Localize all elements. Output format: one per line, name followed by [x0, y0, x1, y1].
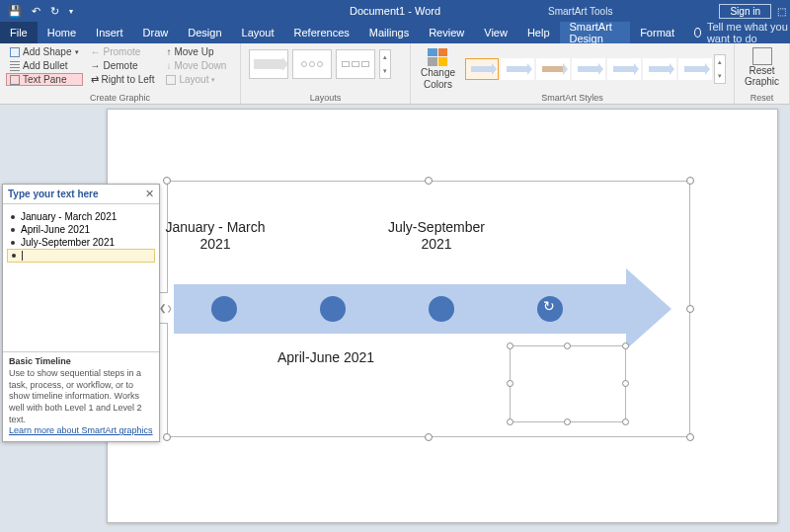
move-down-icon: ↓ — [166, 60, 171, 71]
bulb-icon — [694, 28, 701, 38]
move-up-icon: ↑ — [166, 46, 171, 57]
text-pane-button[interactable]: Text Pane — [6, 73, 83, 86]
resize-handle[interactable] — [622, 418, 629, 425]
document-title: Document1 - Word — [350, 5, 440, 17]
timeline-empty-textbox[interactable] — [510, 345, 626, 422]
undo-icon[interactable]: ↶ — [32, 5, 40, 18]
timeline-label-1[interactable]: January - March 2021 — [156, 219, 275, 253]
tell-me-label: Tell me what you want to do — [707, 21, 790, 44]
bullet-icon — [11, 228, 15, 232]
style-thumb-3[interactable] — [536, 58, 570, 80]
save-icon[interactable]: 💾 — [8, 5, 22, 18]
timeline-dot-2[interactable] — [320, 296, 346, 322]
group-label-reset: Reset — [741, 92, 783, 103]
resize-handle[interactable] — [507, 380, 514, 387]
style-thumb-2[interactable] — [501, 58, 534, 80]
timeline-dot-1[interactable] — [211, 296, 237, 322]
resize-handle[interactable] — [686, 177, 694, 185]
resize-handle[interactable] — [507, 342, 514, 349]
resize-handle[interactable] — [163, 177, 171, 185]
style-thumb-7[interactable] — [678, 58, 712, 80]
timeline-arrow[interactable] — [174, 284, 658, 334]
tab-references[interactable]: References — [284, 22, 359, 43]
promote-button[interactable]: ←Promote — [87, 45, 159, 58]
resize-handle[interactable] — [622, 380, 629, 387]
redo-icon[interactable]: ↻ — [50, 5, 59, 18]
smartart-frame[interactable]: ❮ January - March 2021 July-September 20… — [167, 181, 690, 437]
resize-handle[interactable] — [425, 177, 433, 185]
bullet-icon — [11, 215, 15, 219]
styles-more-button[interactable]: ▴▾ — [714, 54, 726, 84]
document-page[interactable]: ❮ January - March 2021 July-September 20… — [107, 109, 778, 523]
change-colors-icon — [428, 48, 447, 66]
text-pane-footer: Basic Timeline Use to show sequential st… — [3, 351, 159, 441]
learn-more-link[interactable]: Learn more about SmartArt graphics — [9, 425, 153, 435]
reset-graphic-button[interactable]: Reset Graphic — [741, 45, 783, 89]
rtl-button[interactable]: ⇄Right to Left — [87, 73, 159, 86]
resize-handle[interactable] — [686, 305, 694, 313]
tab-home[interactable]: Home — [38, 22, 86, 43]
layout-icon — [166, 75, 176, 85]
style-thumb-6[interactable] — [643, 58, 676, 80]
add-bullet-icon — [10, 61, 20, 71]
text-pane-item[interactable]: July-September 2021 — [7, 236, 155, 249]
move-down-button[interactable]: ↓Move Down — [162, 59, 230, 72]
close-icon[interactable]: ✕ — [145, 188, 154, 200]
timeline-dot-4[interactable] — [537, 296, 563, 322]
qat-dropdown-icon[interactable]: ▾ — [69, 7, 73, 16]
add-shape-icon — [10, 47, 20, 57]
group-label-layouts: Layouts — [247, 92, 404, 103]
layout-thumb-3[interactable] — [336, 49, 375, 79]
layout-thumb-1[interactable] — [249, 49, 288, 79]
tab-smartart-design[interactable]: SmartArt Design — [560, 22, 631, 43]
style-thumb-4[interactable] — [572, 58, 605, 80]
bullet-icon — [12, 254, 16, 258]
resize-handle[interactable] — [163, 433, 171, 441]
timeline-label-3[interactable]: July-September 2021 — [377, 219, 496, 253]
text-cursor — [22, 251, 23, 261]
resize-handle[interactable] — [507, 418, 514, 425]
tab-view[interactable]: View — [474, 22, 517, 43]
bullet-icon — [11, 241, 15, 245]
timeline-label-2[interactable]: April-June 2021 — [267, 349, 385, 366]
add-shape-button[interactable]: Add Shape▾ — [6, 45, 83, 58]
tab-layout[interactable]: Layout — [232, 22, 284, 43]
tell-me-search[interactable]: Tell me what you want to do — [684, 22, 790, 43]
sign-in-button[interactable]: Sign in — [719, 4, 771, 19]
move-up-button[interactable]: ↑Move Up — [162, 45, 230, 58]
rtl-icon: ⇄ — [91, 74, 99, 85]
resize-handle[interactable] — [425, 433, 433, 441]
text-pane-body[interactable]: January - March 2021 April-June 2021 Jul… — [3, 204, 159, 268]
change-colors-button[interactable]: Change Colors — [417, 46, 459, 92]
resize-handle[interactable] — [564, 342, 571, 349]
resize-handle[interactable] — [564, 418, 571, 425]
text-pane-footer-heading: Basic Timeline — [9, 356, 71, 366]
tab-file[interactable]: File — [0, 22, 38, 43]
layouts-more-button[interactable]: ▴▾ — [379, 49, 391, 79]
style-thumb-5[interactable] — [607, 58, 641, 80]
layout-thumb-2[interactable] — [292, 49, 332, 79]
title-bar: 💾 ↶ ↻ ▾ Document1 - Word SmartArt Tools … — [0, 0, 790, 22]
add-bullet-button[interactable]: Add Bullet — [6, 59, 83, 72]
tab-mailings[interactable]: Mailings — [359, 22, 419, 43]
text-pane-item[interactable]: January - March 2021 — [7, 210, 155, 223]
demote-icon: → — [91, 60, 101, 71]
resize-handle[interactable] — [686, 433, 694, 441]
layout-dropdown-button[interactable]: Layout▾ — [162, 73, 230, 86]
tab-design[interactable]: Design — [178, 22, 231, 43]
tab-draw[interactable]: Draw — [133, 22, 179, 43]
ribbon: Add Shape▾ Add Bullet Text Pane ←Promote… — [0, 43, 790, 105]
timeline-dot-3[interactable] — [429, 296, 454, 322]
text-pane-item[interactable]: April-June 2021 — [7, 223, 155, 236]
text-pane[interactable]: Type your text here ✕ January - March 20… — [2, 184, 160, 442]
text-pane-item-cursor[interactable] — [7, 249, 155, 263]
ribbon-display-icon[interactable]: ⬚ — [777, 6, 786, 17]
group-smartart-styles: Change Colors ▴▾ SmartArt Styles — [411, 43, 735, 104]
style-thumb-1[interactable] — [465, 58, 499, 80]
resize-handle[interactable] — [622, 342, 629, 349]
tab-review[interactable]: Review — [419, 22, 474, 43]
demote-button[interactable]: →Demote — [87, 59, 159, 72]
tab-help[interactable]: Help — [517, 22, 560, 43]
tab-format[interactable]: Format — [630, 22, 684, 43]
tab-insert[interactable]: Insert — [86, 22, 133, 43]
